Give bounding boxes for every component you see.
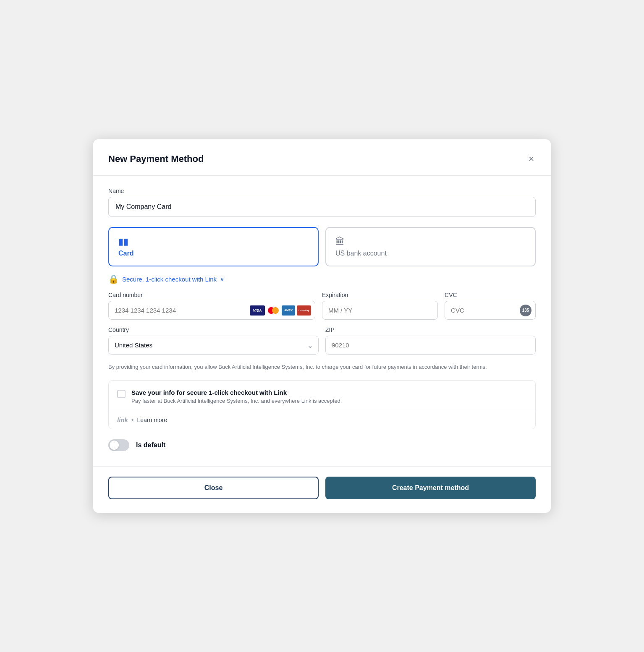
payment-type-card-card[interactable]: ▮▮ Card — [108, 227, 319, 266]
name-field-group: Name — [108, 188, 536, 217]
learn-more-text[interactable]: Learn more — [137, 417, 167, 423]
cvc-badge: 135 — [520, 305, 531, 316]
save-info-title: Save your info for secure 1-click checko… — [131, 389, 342, 396]
payment-type-card-bank[interactable]: 🏛 US bank account — [325, 227, 536, 266]
card-icon: ▮▮ — [118, 236, 309, 247]
close-icon-button[interactable]: × — [527, 153, 536, 165]
cvc-group: CVC 135 — [445, 292, 536, 320]
zip-input[interactable] — [325, 336, 536, 355]
country-select-wrapper: United States Canada United Kingdom ⌄ — [108, 336, 319, 355]
create-payment-method-button[interactable]: Create Payment method — [325, 477, 536, 499]
amex-logo: AMEX — [282, 305, 295, 316]
save-info-desc: Pay faster at Buck Artificial Intelligen… — [131, 398, 342, 404]
save-info-box: Save your info for secure 1-click checko… — [108, 380, 536, 429]
card-logos: VISA AMEX UnionPay — [250, 305, 311, 316]
cvc-label: CVC — [445, 292, 536, 298]
link-text: Secure, 1-click checkout with Link — [122, 276, 217, 283]
is-default-row: Is default — [108, 439, 536, 451]
card-number-label: Card number — [108, 292, 315, 298]
save-info-text: Save your info for secure 1-click checko… — [131, 389, 342, 404]
close-button[interactable]: Close — [108, 477, 319, 499]
modal-footer: Close Create Payment method — [93, 466, 551, 513]
zip-group: ZIP — [325, 326, 536, 355]
name-input[interactable] — [108, 197, 536, 217]
country-label: Country — [108, 326, 319, 333]
visa-logo: VISA — [250, 305, 265, 316]
card-number-group: Card number VISA AMEX UnionPay — [108, 292, 315, 320]
card-number-wrapper: VISA AMEX UnionPay — [108, 301, 315, 320]
toggle-thumb — [110, 441, 119, 450]
chevron-down-icon: ∨ — [220, 276, 224, 282]
modal-title: New Payment Method — [108, 154, 204, 164]
expiration-label: Expiration — [322, 292, 438, 298]
country-zip-grid: Country United States Canada United King… — [108, 326, 536, 355]
new-payment-method-modal: New Payment Method × Name ▮▮ Card 🏛 US b… — [93, 139, 551, 513]
link-checkout-row[interactable]: 🔒 Secure, 1-click checkout with Link ∨ — [108, 274, 536, 284]
save-info-content: Save your info for secure 1-click checko… — [109, 381, 535, 411]
name-label: Name — [108, 188, 536, 194]
modal-header: New Payment Method × — [93, 139, 551, 176]
lock-icon: 🔒 — [108, 274, 119, 284]
is-default-toggle[interactable] — [108, 439, 129, 451]
expiration-group: Expiration — [322, 292, 438, 320]
modal-body: Name ▮▮ Card 🏛 US bank account 🔒 Secure,… — [93, 176, 551, 463]
is-default-label: Is default — [136, 441, 165, 449]
country-group: Country United States Canada United King… — [108, 326, 319, 355]
link-dot: • — [131, 416, 134, 424]
expiration-input[interactable] — [322, 301, 438, 320]
disclaimer-text: By providing your card information, you … — [108, 363, 536, 372]
link-brand-text: link — [117, 416, 128, 423]
mastercard-logo — [267, 305, 280, 316]
country-select[interactable]: United States Canada United Kingdom — [108, 336, 319, 355]
cvc-wrapper: 135 — [445, 301, 536, 320]
link-learn-row: link • Learn more — [109, 411, 535, 429]
save-info-checkbox[interactable] — [117, 390, 126, 398]
bank-type-label: US bank account — [335, 250, 526, 257]
card-type-label: Card — [118, 250, 309, 257]
unionpay-logo: UnionPay — [297, 305, 311, 316]
payment-type-row: ▮▮ Card 🏛 US bank account — [108, 227, 536, 266]
zip-label: ZIP — [325, 326, 536, 333]
card-form-grid: Card number VISA AMEX UnionPay — [108, 292, 536, 320]
bank-icon: 🏛 — [335, 236, 526, 247]
